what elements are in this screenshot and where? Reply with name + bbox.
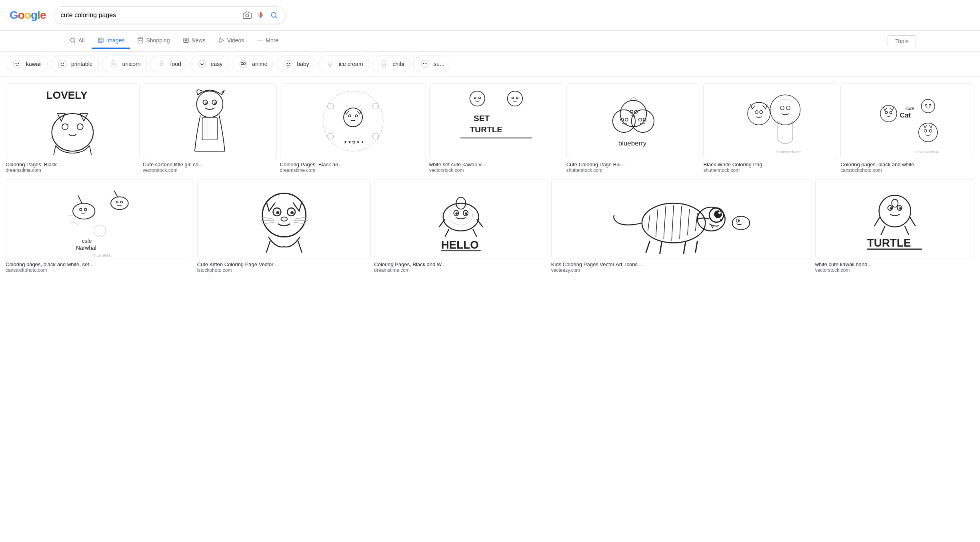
- filter-chip-food[interactable]: food: [150, 56, 187, 72]
- svg-line-147: [648, 215, 650, 231]
- image-item-8[interactable]: cute Narwhal © canstock Coloring pages, …: [6, 179, 194, 263]
- search-input[interactable]: [60, 12, 238, 19]
- video-nav-icon: [218, 37, 225, 44]
- svg-line-162: [695, 241, 697, 253]
- svg-point-72: [474, 97, 476, 99]
- image-nav-icon: [98, 37, 104, 44]
- image-item-5[interactable]: blueberry Cute Coloring Page Blu... shut…: [566, 83, 700, 171]
- svg-point-19: [258, 40, 259, 41]
- tools-button[interactable]: Tools: [888, 35, 916, 47]
- svg-point-42: [421, 60, 428, 68]
- ice-cream-label: ice cream: [339, 61, 363, 67]
- tab-videos[interactable]: Videos: [213, 33, 250, 49]
- svg-point-61: [344, 108, 362, 127]
- svg-text:© canstock: © canstock: [93, 253, 111, 257]
- svg-point-109: [80, 208, 82, 211]
- image-caption-1: Coloring Pages, Black ...: [6, 161, 140, 167]
- svg-point-101: [925, 104, 927, 106]
- svg-point-26: [60, 63, 62, 64]
- svg-text:TURTLE: TURTLE: [867, 237, 911, 249]
- google-logo[interactable]: Google: [10, 9, 46, 22]
- svg-point-40: [382, 60, 386, 64]
- image-caption-7: Coloring pages, black and white,: [840, 161, 974, 167]
- image-row-1: LOVELY Coloring Pages, Black ... dreamst…: [6, 83, 974, 171]
- search-bar: [54, 6, 286, 24]
- svg-line-127: [260, 222, 274, 224]
- svg-point-53: [212, 100, 216, 104]
- filter-chip-su[interactable]: su...: [413, 56, 450, 72]
- filter-chip-ice-cream[interactable]: ice cream: [318, 56, 369, 72]
- svg-text:LOVELY: LOVELY: [46, 89, 88, 101]
- tab-news[interactable]: News: [177, 33, 211, 49]
- image-source-7: canstockphoto.com: [840, 167, 974, 173]
- svg-point-134: [449, 205, 473, 225]
- svg-point-92: [780, 106, 784, 110]
- unicorn-thumb: [108, 58, 119, 70]
- shopping-nav-icon: [137, 37, 144, 44]
- svg-point-78: [620, 100, 646, 127]
- image-item-12[interactable]: TURTLE white cute kawaii hand... vectors…: [815, 179, 974, 263]
- image-caption-4: white set cute kawaii V...: [429, 161, 563, 167]
- news-nav-icon: [183, 37, 189, 44]
- svg-point-124: [281, 217, 287, 221]
- filter-chip-kawaii[interactable]: kawaii: [6, 56, 48, 72]
- image-source-8: canstockphoto.com: [6, 267, 194, 273]
- more-nav-icon: [257, 37, 263, 44]
- image-item-2[interactable]: Cute cartoon little girl co... vectorsto…: [143, 83, 277, 171]
- filter-chip-chibi[interactable]: chibi: [372, 56, 410, 72]
- image-item-4[interactable]: SET TURTLE white set cute kawaii V... ve…: [429, 83, 563, 171]
- svg-text:Cat: Cat: [900, 112, 911, 119]
- filter-chip-unicorn[interactable]: unicorn: [102, 56, 147, 72]
- svg-rect-12: [99, 41, 102, 42]
- baby-label: baby: [297, 61, 309, 67]
- svg-line-7: [74, 42, 76, 43]
- image-source-3: dreamstime.com: [280, 167, 426, 173]
- svg-point-68: [372, 133, 378, 139]
- filter-chip-easy[interactable]: easy: [190, 56, 229, 72]
- image-caption-9: Cute Kitten Coloring Page Vector ...: [197, 261, 371, 267]
- search-button[interactable]: [269, 10, 279, 20]
- food-thumb: [156, 58, 167, 70]
- tab-all[interactable]: All: [64, 33, 90, 49]
- svg-point-100: [921, 99, 935, 113]
- svg-text:blueberry: blueberry: [618, 139, 646, 147]
- image-caption-3: Coloring Pages, Black an...: [280, 161, 426, 167]
- svg-point-119: [262, 193, 306, 237]
- svg-point-23: [16, 63, 17, 64]
- svg-marker-18: [220, 38, 223, 43]
- svg-line-131: [266, 241, 270, 253]
- filter-chip-printable[interactable]: printable: [51, 56, 99, 72]
- tab-videos-label: Videos: [227, 37, 244, 44]
- image-caption-2: Cute cartoon little girl co...: [143, 161, 277, 167]
- tab-shopping[interactable]: Shopping: [132, 33, 175, 49]
- image-item-7[interactable]: cute Cat: [840, 83, 974, 171]
- svg-point-114: [120, 201, 122, 203]
- svg-point-22: [13, 60, 21, 68]
- filter-chip-anime[interactable]: anime: [232, 56, 273, 72]
- svg-rect-1: [260, 12, 262, 16]
- printable-thumb: [57, 58, 68, 70]
- image-item-9[interactable]: Cute Kitten Coloring Page Vector ... ist…: [197, 179, 371, 263]
- image-item-10[interactable]: HELLO Coloring Pages, Black and W... dre…: [374, 179, 548, 263]
- svg-text:Narwhal: Narwhal: [76, 245, 96, 251]
- voice-search-button[interactable]: [256, 11, 265, 20]
- tab-more[interactable]: More: [251, 33, 284, 49]
- svg-line-112: [114, 191, 118, 197]
- svg-line-150: [672, 205, 674, 241]
- tab-images[interactable]: Images: [92, 33, 130, 49]
- svg-point-137: [456, 212, 458, 215]
- image-item-11[interactable]: Kids Coloring Pages Vector Art, Icons ..…: [551, 179, 812, 263]
- camera-search-button[interactable]: [242, 10, 252, 20]
- svg-point-133: [443, 203, 479, 231]
- svg-point-90: [760, 111, 763, 114]
- image-item-1[interactable]: LOVELY Coloring Pages, Black ... dreamst…: [6, 83, 140, 171]
- svg-point-117: [94, 225, 106, 237]
- image-row-2: cute Narwhal © canstock Coloring pages, …: [6, 179, 974, 263]
- image-item-6[interactable]: shutterstock.com Black White Coloring Pa…: [703, 83, 837, 171]
- image-item-3[interactable]: ★ ♥ ✿ ❋ ✦ Coloring Pages, Black an... dr…: [280, 83, 426, 171]
- anime-thumb: [238, 58, 249, 70]
- svg-line-30: [113, 59, 114, 61]
- svg-point-99: [890, 112, 892, 114]
- filter-chip-baby[interactable]: baby: [277, 56, 315, 72]
- image-grid: LOVELY Coloring Pages, Black ... dreamst…: [0, 77, 980, 277]
